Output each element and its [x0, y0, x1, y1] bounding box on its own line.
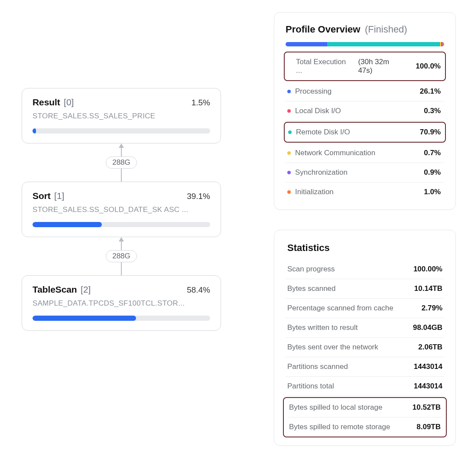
- stats-highlight-group: Bytes spilled to local storage10.52TBByt…: [283, 397, 447, 437]
- operator-subtitle: STORE_SALES.SS_SOLD_DATE_SK ASC ...: [32, 205, 210, 214]
- operator-graph: Result [0] 1.5% STORE_SALES.SS_SALES_PRI…: [22, 88, 221, 331]
- profile-bar-segment: [327, 42, 439, 46]
- profile-row[interactable]: Local Disk I/O0.3%: [286, 101, 444, 121]
- stats-row-value: 2.79%: [422, 304, 442, 313]
- profile-row-label: Initialization: [295, 188, 409, 196]
- profile-row[interactable]: Processing26.1%: [286, 82, 444, 101]
- stats-row: Percentage scanned from cache2.79%: [286, 299, 444, 318]
- profile-row-percent: 0.7%: [413, 149, 441, 157]
- stats-row-value: 2.06TB: [418, 343, 442, 352]
- operator-percent: 58.4%: [187, 285, 210, 295]
- profile-row[interactable]: Network Communication0.7%: [286, 143, 444, 163]
- stats-row-value: 8.09TB: [416, 423, 441, 431]
- stats-row: Bytes spilled to remote storage8.09TB: [287, 417, 442, 437]
- profile-row-percent: 26.1%: [413, 87, 441, 96]
- profile-row-label: Network Communication: [295, 149, 409, 157]
- stats-row: Bytes sent over the network2.06TB: [286, 338, 444, 357]
- stats-row: Partitions scanned1443014: [286, 357, 444, 377]
- profile-status: (Finished): [365, 24, 407, 35]
- profile-overview-card: Profile Overview (Finished) Total Execut…: [274, 12, 456, 210]
- edge-label: 288G: [106, 250, 137, 262]
- stats-row: Bytes scanned10.14TB: [286, 279, 444, 299]
- profile-row[interactable]: Synchronization0.9%: [286, 163, 444, 183]
- operator-percent: 39.1%: [187, 192, 210, 201]
- operator-title: Result: [32, 97, 60, 107]
- legend-dot-icon: [287, 151, 291, 155]
- stats-row-label: Partitions scanned: [287, 362, 348, 371]
- operator-index: [2]: [81, 284, 91, 294]
- profile-bar-segment: [442, 42, 444, 46]
- operator-progress: [32, 316, 210, 321]
- stats-row-label: Percentage scanned from cache: [287, 304, 393, 313]
- operator-index: [0]: [64, 97, 74, 107]
- stats-row-label: Bytes sent over the network: [287, 343, 378, 352]
- stats-row-label: Bytes written to result: [287, 323, 358, 332]
- profile-row[interactable]: Remote Disk I/O70.9%: [284, 122, 446, 143]
- stats-row: Bytes spilled to local storage10.52TB: [287, 398, 442, 417]
- stats-row-label: Scan progress: [287, 265, 335, 274]
- svg-marker-3: [119, 237, 124, 241]
- profile-row-label: Remote Disk I/O: [296, 128, 409, 137]
- stats-row: Bytes written to result98.04GB: [286, 318, 444, 338]
- stats-row-value: 100.00%: [413, 265, 442, 274]
- statistics-card: Statistics Scan progress100.00%Bytes sca…: [274, 230, 456, 446]
- stats-row-value: 10.52TB: [413, 403, 441, 412]
- profile-row-percent: 70.9%: [413, 128, 441, 137]
- stats-row: Partitions total1443014: [286, 377, 444, 396]
- stats-row-label: Partitions total: [287, 382, 334, 391]
- profile-title: Profile Overview: [286, 24, 360, 35]
- operator-progress: [32, 222, 210, 227]
- profile-row-percent: 0.3%: [413, 107, 441, 115]
- profile-row[interactable]: Initialization1.0%: [286, 183, 444, 202]
- stats-row-value: 1443014: [414, 362, 442, 371]
- operator-percent: 1.5%: [192, 98, 210, 108]
- operator-title: Sort: [32, 191, 51, 201]
- profile-row-label: Total Execution ...: [296, 58, 354, 75]
- stats-row: Scan progress100.00%: [286, 260, 444, 279]
- legend-dot-icon: [287, 171, 291, 174]
- stats-row-value: 1443014: [414, 382, 442, 391]
- legend-dot-icon: [287, 190, 291, 194]
- stats-row-value: 10.14TB: [414, 284, 442, 293]
- stats-row-label: Bytes scanned: [287, 284, 336, 293]
- profile-bar-segment: [286, 42, 327, 46]
- stats-row-label: Bytes spilled to remote storage: [289, 423, 390, 431]
- edge-label: 288G: [106, 156, 137, 169]
- profile-row-label: Synchronization: [295, 168, 409, 177]
- operator-progress-fill: [32, 222, 102, 227]
- operator-progress-fill: [32, 316, 136, 321]
- operator-subtitle: STORE_SALES.SS_SALES_PRICE: [32, 112, 210, 121]
- operator-subtitle: SAMPLE_DATA.TPCDS_SF100TCL.STOR...: [32, 299, 210, 308]
- graph-edge: 288G: [22, 237, 221, 275]
- operator-node-tablescan[interactable]: TableScan [2] 58.4% SAMPLE_DATA.TPCDS_SF…: [22, 275, 221, 331]
- legend-dot-icon: [287, 90, 291, 93]
- operator-node-sort[interactable]: Sort [1] 39.1% STORE_SALES.SS_SOLD_DATE_…: [22, 182, 221, 237]
- profile-row[interactable]: Total Execution ...(30h 32m 47s)100.0%: [284, 52, 446, 81]
- profile-row-label: Processing: [295, 87, 409, 96]
- operator-progress: [32, 128, 210, 134]
- statistics-title: Statistics: [287, 242, 444, 254]
- operator-title: TableScan: [32, 284, 77, 294]
- legend-dot-icon: [287, 109, 291, 113]
- operator-node-result[interactable]: Result [0] 1.5% STORE_SALES.SS_SALES_PRI…: [22, 88, 221, 143]
- profile-row-percent: 1.0%: [413, 188, 441, 196]
- graph-edge: 288G: [22, 143, 221, 182]
- operator-progress-fill: [32, 128, 36, 134]
- legend-dot-icon: [288, 130, 292, 134]
- profile-row-duration: (30h 32m 47s): [358, 58, 405, 75]
- profile-row-label: Local Disk I/O: [295, 107, 409, 115]
- svg-marker-1: [119, 143, 124, 148]
- stats-row-value: 98.04GB: [413, 323, 442, 332]
- profile-stacked-bar: [286, 42, 444, 46]
- profile-row-percent: 100.0%: [413, 62, 441, 71]
- stats-row-label: Bytes spilled to local storage: [289, 403, 382, 412]
- operator-index: [1]: [54, 191, 64, 201]
- profile-row-percent: 0.9%: [413, 168, 441, 177]
